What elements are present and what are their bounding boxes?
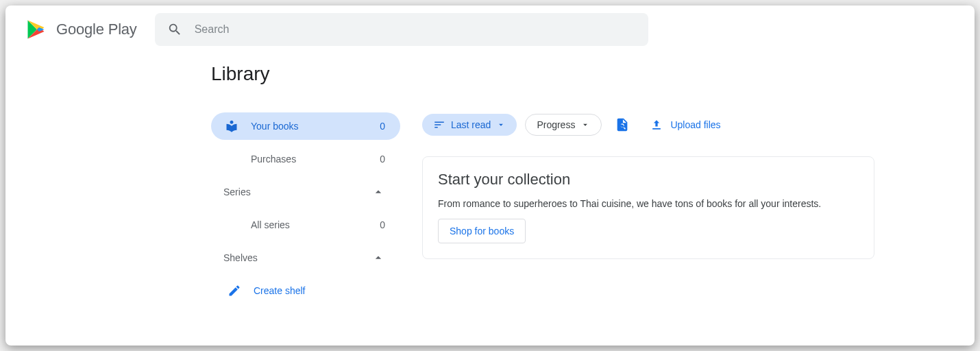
- searchbar[interactable]: [155, 13, 648, 46]
- sidebar-item-count: 0: [380, 121, 385, 132]
- sidebar: Your books 0 Purchases 0 Series All seri…: [211, 112, 400, 304]
- progress-label: Progress: [537, 119, 575, 130]
- pencil-icon: [228, 284, 241, 298]
- create-shelf-label: Create shelf: [254, 285, 305, 296]
- search-input[interactable]: [195, 23, 636, 36]
- main: Last read Progress Up: [422, 112, 965, 304]
- sidebar-item-count: 0: [380, 219, 385, 230]
- dropdown-icon: [580, 120, 590, 130]
- upload-files-button[interactable]: Upload files: [650, 118, 720, 132]
- library-icon: [225, 119, 238, 133]
- sidebar-item-label: All series: [251, 219, 290, 230]
- view-toggle-button[interactable]: [610, 112, 635, 137]
- sort-label: Last read: [451, 119, 491, 130]
- card-body: From romance to superheroes to Thai cuis…: [438, 198, 859, 209]
- card-title: Start your collection: [438, 171, 859, 189]
- upload-label: Upload files: [670, 119, 720, 130]
- search-icon: [167, 22, 182, 37]
- sidebar-item-your-books[interactable]: Your books 0: [211, 112, 400, 140]
- upload-icon: [650, 118, 663, 132]
- dropdown-icon: [496, 120, 506, 130]
- play-logo-icon: [25, 17, 49, 42]
- sidebar-item-purchases[interactable]: Purchases 0: [211, 145, 400, 173]
- brand[interactable]: Google Play: [25, 17, 137, 42]
- sort-chip[interactable]: Last read: [422, 114, 517, 136]
- page-search-icon: [615, 117, 630, 132]
- empty-state-card: Start your collection From romance to su…: [422, 156, 874, 259]
- sidebar-group-shelves[interactable]: Shelves: [211, 244, 400, 271]
- create-shelf-button[interactable]: Create shelf: [211, 277, 400, 304]
- progress-chip[interactable]: Progress: [525, 114, 602, 136]
- chevron-up-icon: [371, 251, 385, 265]
- sidebar-group-label: Series: [223, 186, 251, 197]
- chevron-up-icon: [371, 185, 385, 199]
- shop-for-books-button[interactable]: Shop for books: [438, 219, 526, 243]
- brand-text: Google Play: [56, 21, 137, 38]
- sidebar-item-label: Purchases: [251, 154, 296, 165]
- sidebar-item-label: Your books: [251, 121, 299, 132]
- sidebar-item-count: 0: [380, 154, 385, 165]
- sidebar-group-label: Shelves: [223, 252, 258, 263]
- content: Your books 0 Purchases 0 Series All seri…: [15, 112, 965, 304]
- app-window: Google Play Library Your books 0 Purch: [5, 5, 975, 346]
- sidebar-group-series[interactable]: Series: [211, 178, 400, 206]
- button-label: Shop for books: [450, 226, 514, 237]
- sidebar-item-all-series[interactable]: All series 0: [211, 211, 400, 239]
- sort-icon: [433, 119, 445, 131]
- page-title: Library: [211, 63, 965, 85]
- topbar: Google Play: [15, 5, 965, 53]
- toolbar: Last read Progress Up: [422, 112, 965, 137]
